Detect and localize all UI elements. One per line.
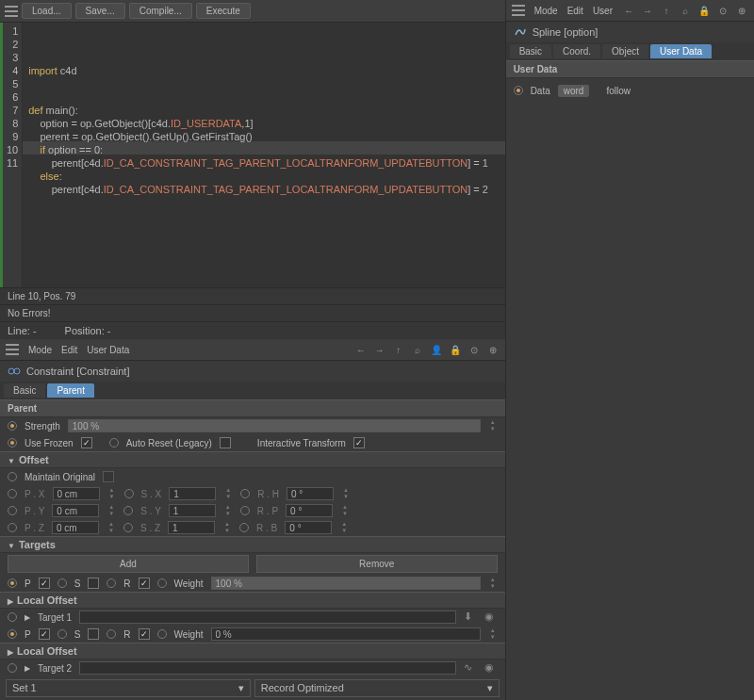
hamburger-icon[interactable] bbox=[6, 344, 19, 355]
up-icon[interactable]: ↑ bbox=[660, 4, 673, 17]
t1-target-field[interactable] bbox=[79, 610, 455, 624]
offset-radio[interactable] bbox=[8, 523, 17, 532]
targets-header[interactable]: ▼Targets bbox=[0, 536, 505, 553]
t2-local-offset[interactable]: ▶Local Offset bbox=[0, 643, 505, 659]
set-dropdown[interactable]: Set 1▾ bbox=[6, 679, 251, 697]
interactive-checkbox[interactable] bbox=[353, 437, 365, 448]
word-tag[interactable]: word bbox=[558, 85, 590, 97]
add-button[interactable]: Add bbox=[8, 555, 249, 573]
back-icon[interactable]: ← bbox=[354, 343, 368, 356]
t1-weight-input[interactable] bbox=[211, 577, 481, 590]
offset-spinner[interactable]: ▲▼ bbox=[107, 487, 117, 500]
user-data-menu[interactable]: User Data bbox=[87, 345, 129, 355]
offset-radio[interactable] bbox=[123, 506, 133, 515]
t2-r-radio[interactable] bbox=[107, 629, 116, 639]
remove-button[interactable]: Remove bbox=[256, 555, 498, 573]
settings-icon[interactable]: ⊙ bbox=[467, 343, 481, 356]
t2-w-radio[interactable] bbox=[157, 629, 167, 639]
strength-spinner[interactable]: ▲▼ bbox=[488, 419, 498, 432]
t1-r-radio[interactable] bbox=[107, 578, 116, 588]
up-icon[interactable]: ↑ bbox=[392, 343, 405, 356]
r-user-menu[interactable]: User bbox=[593, 6, 613, 16]
r-edit-menu[interactable]: Edit bbox=[567, 6, 583, 16]
strength-input[interactable] bbox=[68, 419, 481, 432]
code-content[interactable]: import c4d def main(): option = op.GetOb… bbox=[23, 23, 504, 287]
pin-icon[interactable]: 👤 bbox=[430, 343, 443, 356]
offset-radio[interactable] bbox=[240, 489, 250, 498]
offset-spinner[interactable]: ▲▼ bbox=[340, 504, 350, 517]
offset-input[interactable] bbox=[286, 504, 333, 517]
offset-radio[interactable] bbox=[8, 506, 17, 515]
t1-radio[interactable] bbox=[8, 578, 17, 588]
offset-input[interactable] bbox=[168, 521, 215, 534]
offset-spinner[interactable]: ▲▼ bbox=[222, 521, 232, 534]
forward-icon[interactable]: → bbox=[641, 4, 654, 17]
t2-s-check[interactable] bbox=[88, 628, 99, 640]
lock-icon[interactable]: 🔒 bbox=[449, 343, 462, 356]
tab-coord[interactable]: Coord. bbox=[553, 44, 600, 58]
offset-radio[interactable] bbox=[239, 523, 249, 532]
back-icon[interactable]: ← bbox=[622, 4, 635, 17]
t1-weight-spinner[interactable]: ▲▼ bbox=[488, 577, 498, 590]
t2-weight-input[interactable] bbox=[211, 627, 481, 641]
settings-icon[interactable]: ⊙ bbox=[716, 4, 729, 17]
t2-expand-icon[interactable]: ▶ bbox=[25, 664, 30, 673]
tab-object[interactable]: Object bbox=[602, 44, 648, 58]
offset-radio[interactable] bbox=[240, 506, 250, 515]
follow-tag[interactable]: follow bbox=[600, 85, 636, 97]
offset-spinner[interactable]: ▲▼ bbox=[223, 487, 233, 500]
offset-input[interactable] bbox=[52, 521, 99, 534]
edit-menu[interactable]: Edit bbox=[61, 345, 77, 355]
data-radio[interactable] bbox=[514, 86, 523, 95]
t1-p-check[interactable] bbox=[39, 578, 50, 589]
load-button[interactable]: Load... bbox=[22, 3, 72, 19]
offset-radio[interactable] bbox=[8, 489, 17, 498]
t2-radio[interactable] bbox=[8, 629, 17, 639]
t2-s-radio[interactable] bbox=[57, 629, 67, 639]
frozen-checkbox[interactable] bbox=[81, 437, 92, 448]
t2-target-field[interactable] bbox=[79, 661, 455, 675]
record-dropdown[interactable]: Record Optimized▾ bbox=[254, 679, 500, 697]
hamburger-icon[interactable] bbox=[5, 6, 18, 17]
t1-expand-icon[interactable]: ▶ bbox=[25, 613, 30, 622]
add-icon[interactable]: ⊕ bbox=[486, 343, 500, 356]
autoreset-radio[interactable] bbox=[109, 438, 119, 448]
tab-user-data[interactable]: User Data bbox=[650, 44, 712, 58]
t2-spline-icon[interactable]: ∿ bbox=[464, 661, 477, 675]
offset-spinner[interactable]: ▲▼ bbox=[339, 521, 349, 534]
search-icon[interactable]: ⌕ bbox=[679, 4, 692, 17]
t1-w-radio[interactable] bbox=[157, 578, 167, 588]
maintain-radio[interactable] bbox=[8, 472, 17, 481]
code-editor[interactable]: 1234567891011 import c4d def main(): opt… bbox=[0, 23, 505, 287]
r-mode-menu[interactable]: Mode bbox=[534, 6, 558, 16]
mode-menu[interactable]: Mode bbox=[28, 345, 52, 355]
t2-r-check[interactable] bbox=[139, 628, 150, 640]
frozen-radio[interactable] bbox=[8, 438, 17, 448]
t1-r-check[interactable] bbox=[139, 578, 150, 589]
offset-input[interactable] bbox=[285, 521, 332, 534]
save-button[interactable]: Save... bbox=[75, 3, 125, 19]
offset-spinner[interactable]: ▲▼ bbox=[223, 504, 233, 517]
t2-target-radio[interactable] bbox=[8, 663, 17, 673]
offset-spinner[interactable]: ▲▼ bbox=[107, 504, 116, 517]
strength-radio[interactable] bbox=[8, 421, 17, 431]
tab-basic[interactable]: Basic bbox=[4, 383, 45, 398]
offset-header[interactable]: ▼Offset bbox=[0, 451, 505, 468]
offset-input[interactable] bbox=[52, 504, 99, 517]
offset-input[interactable] bbox=[169, 487, 216, 500]
t1-s-check[interactable] bbox=[88, 578, 99, 589]
tab-basic[interactable]: Basic bbox=[510, 44, 551, 58]
maintain-checkbox[interactable] bbox=[103, 471, 114, 482]
forward-icon[interactable]: → bbox=[373, 343, 386, 356]
tab-parent[interactable]: Parent bbox=[47, 383, 93, 398]
t2-weight-spinner[interactable]: ▲▼ bbox=[488, 627, 498, 641]
offset-spinner[interactable]: ▲▼ bbox=[107, 521, 116, 534]
execute-button[interactable]: Execute bbox=[196, 3, 251, 19]
lock-icon[interactable]: 🔒 bbox=[697, 4, 711, 17]
offset-radio[interactable] bbox=[123, 523, 133, 532]
offset-input[interactable] bbox=[287, 487, 334, 500]
autoreset-checkbox[interactable] bbox=[220, 437, 231, 448]
t1-local-offset[interactable]: ▶Local Offset bbox=[0, 592, 505, 609]
compile-button[interactable]: Compile... bbox=[129, 3, 192, 19]
t1-picker-icon[interactable]: ◉ bbox=[484, 610, 498, 624]
